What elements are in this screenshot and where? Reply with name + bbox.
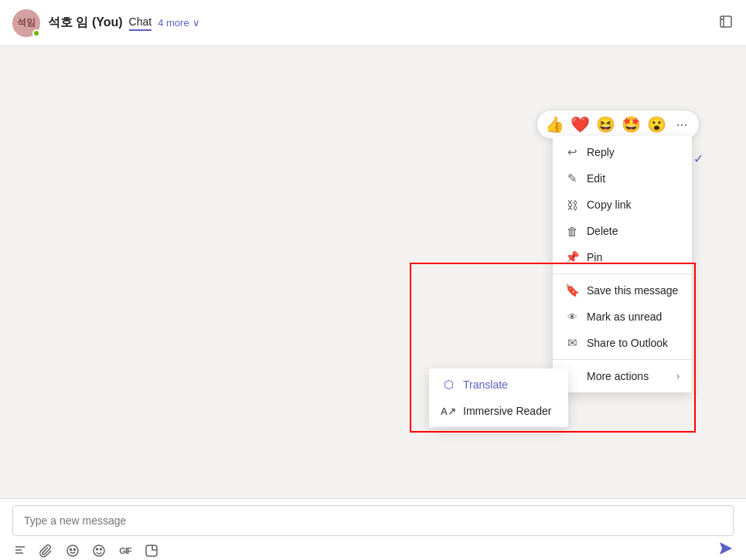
chat-area: 👍 ❤️ 😆 🤩 😮 ··· ✓ ↩ Reply ✎ Edit ⛓ Copy l…: [0, 46, 746, 498]
menu-item-mark-unread[interactable]: 👁 Mark as unread: [553, 304, 692, 330]
more-reactions-button[interactable]: ···: [673, 115, 691, 134]
save-message-icon: 🔖: [565, 283, 579, 297]
delete-label: Delete: [587, 225, 680, 237]
svg-point-1: [67, 545, 78, 556]
avatar: 석임: [12, 9, 40, 37]
translate-icon: ⬡: [441, 378, 455, 392]
svg-point-3: [74, 548, 76, 550]
menu-item-translate[interactable]: ⬡ Translate: [429, 372, 568, 398]
message-check: ✓: [693, 151, 703, 166]
toolbar-icons-row: GIF: [12, 541, 734, 560]
svg-point-6: [100, 548, 102, 550]
edit-icon: ✎: [565, 171, 579, 185]
scrollbar[interactable]: [740, 93, 746, 436]
immersive-reader-label: Immersive Reader: [463, 405, 556, 417]
pin-label: Pin: [587, 251, 680, 263]
share-outlook-icon: ✉: [565, 336, 579, 350]
delete-icon: 🗑: [565, 224, 579, 238]
svg-point-2: [70, 548, 72, 550]
context-menu-main: ↩ Reply ✎ Edit ⛓ Copy link 🗑 Delete 📌 Pi…: [553, 136, 692, 392]
reaction-star-eyes[interactable]: 🤩: [622, 115, 641, 134]
svg-rect-0: [720, 16, 731, 27]
bottom-toolbar: GIF: [0, 498, 746, 560]
attach-icon[interactable]: [39, 543, 54, 558]
menu-item-reply[interactable]: ↩ Reply: [553, 139, 692, 165]
chat-tab-label[interactable]: Chat: [129, 15, 152, 31]
header-actions: [718, 14, 734, 32]
menu-item-edit[interactable]: ✎ Edit: [553, 165, 692, 192]
reaction-laugh[interactable]: 😆: [596, 115, 615, 134]
menu-separator-1: [553, 273, 692, 274]
online-indicator: [32, 29, 40, 37]
svg-point-4: [94, 545, 104, 556]
menu-separator-2: [553, 359, 692, 360]
gif-icon[interactable]: GIF: [118, 543, 133, 558]
user-name: 석호 임 (You): [48, 15, 123, 31]
menu-item-immersive-reader[interactable]: A↗ Immersive Reader: [429, 398, 568, 424]
chat-header: 석임 석호 임 (You) Chat 4 more ∨: [0, 0, 746, 46]
svg-point-5: [97, 548, 98, 550]
reply-label: Reply: [587, 146, 680, 158]
reply-icon: ↩: [565, 145, 579, 159]
menu-item-delete[interactable]: 🗑 Delete: [553, 218, 692, 244]
save-message-label: Save this message: [587, 284, 680, 297]
mark-unread-label: Mark as unread: [587, 311, 680, 323]
menu-item-more-actions[interactable]: More actions ›: [553, 363, 692, 389]
copy-link-icon: ⛓: [565, 198, 579, 212]
immersive-reader-icon: A↗: [441, 404, 455, 418]
menu-item-save-message[interactable]: 🔖 Save this message: [553, 277, 692, 304]
more-tabs[interactable]: 4 more ∨: [158, 17, 199, 29]
sticker-icon[interactable]: [144, 543, 159, 558]
reactions-icon[interactable]: [65, 543, 80, 558]
reaction-heart[interactable]: ❤️: [571, 115, 590, 134]
reaction-bar: 👍 ❤️ 😆 🤩 😮 ···: [537, 110, 700, 139]
emoji-icon[interactable]: [91, 543, 107, 558]
copy-link-label: Copy link: [587, 199, 680, 211]
mark-unread-icon: 👁: [565, 310, 579, 324]
format-icon[interactable]: [12, 543, 28, 558]
menu-item-share-outlook[interactable]: ✉ Share to Outlook: [553, 330, 692, 356]
more-actions-arrow-icon: ›: [676, 371, 680, 382]
more-actions-label: More actions: [587, 370, 669, 382]
edit-label: Edit: [587, 172, 680, 185]
pin-icon: 📌: [565, 250, 579, 264]
menu-item-pin[interactable]: 📌 Pin: [553, 244, 692, 270]
menu-item-copy-link[interactable]: ⛓ Copy link: [553, 192, 692, 218]
svg-rect-7: [146, 545, 157, 556]
send-button[interactable]: [718, 541, 734, 560]
share-outlook-label: Share to Outlook: [587, 337, 680, 349]
reaction-wow[interactable]: 😮: [647, 115, 666, 134]
expand-icon[interactable]: [718, 14, 734, 29]
message-input[interactable]: [12, 505, 734, 536]
context-menu-translate: ⬡ Translate A↗ Immersive Reader: [429, 368, 568, 427]
reaction-thumbs-up[interactable]: 👍: [545, 115, 564, 134]
translate-label: Translate: [463, 378, 556, 391]
